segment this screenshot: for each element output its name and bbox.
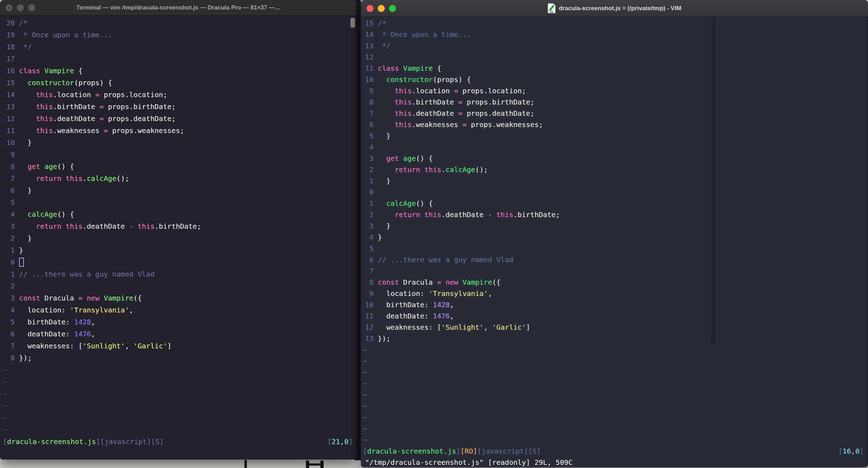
line-number: 5 bbox=[365, 243, 374, 254]
code-token: = bbox=[100, 102, 104, 111]
code-token: ({ bbox=[133, 294, 142, 302]
line-number: 2 bbox=[365, 209, 374, 220]
code-token: this bbox=[496, 210, 513, 219]
code-token: Vampire bbox=[462, 278, 492, 286]
code-line: 11 this.weaknesses = props.weaknesses; bbox=[0, 125, 356, 137]
terminal-titlebar[interactable]: Terminal — vim /tmp/dracula-screenshot.j… bbox=[0, 0, 356, 16]
code-token: props.location; bbox=[458, 87, 526, 95]
code-line: 6 this.weaknesses = props.weaknesses; bbox=[361, 119, 868, 130]
code-token: Dracula bbox=[403, 278, 437, 286]
code-line: 6 } bbox=[0, 184, 356, 196]
background-window-artifact bbox=[244, 460, 247, 468]
zoom-button[interactable] bbox=[28, 4, 35, 11]
code-line: 8}); bbox=[0, 352, 356, 364]
macvim-titlebar[interactable]: JS dracula-screenshot.js = (/private/tmp… bbox=[361, 0, 868, 17]
code-line: 9 location: 'Transylvania', bbox=[361, 288, 868, 299]
code-line: 15 constructor(props) { bbox=[0, 77, 356, 89]
code-token: } bbox=[19, 138, 32, 147]
close-button[interactable] bbox=[366, 5, 374, 12]
code-token: this bbox=[395, 98, 411, 106]
code-token: birthDate: bbox=[19, 318, 74, 326]
line-number: 5 bbox=[6, 316, 15, 328]
tilde-marker: ~ bbox=[363, 391, 367, 399]
code-token: , bbox=[125, 342, 133, 350]
scrollbar-thumb[interactable] bbox=[350, 18, 355, 28]
empty-buffer-line: ~ bbox=[361, 344, 868, 355]
code-line: 12 bbox=[361, 51, 868, 63]
code-token: props.birthDate; bbox=[104, 102, 176, 111]
statusline-cursor-position: [21,0] bbox=[327, 436, 353, 448]
code-line: 13 this.birthDate = props.birthDate; bbox=[0, 101, 356, 113]
code-line: 8 this.birthDate = props.birthDate; bbox=[361, 96, 868, 108]
code-token bbox=[19, 126, 36, 135]
code-token: dracula-screenshot.js bbox=[367, 447, 456, 455]
code-token bbox=[378, 98, 395, 106]
code-line: 1// ...there was a guy named Vlad bbox=[0, 268, 356, 280]
code-token: */ bbox=[378, 42, 390, 50]
line-number: 3 bbox=[365, 220, 374, 232]
minimize-button[interactable] bbox=[17, 4, 24, 11]
tilde-marker: ~ bbox=[363, 402, 367, 410]
empty-buffer-line: ~ bbox=[361, 367, 868, 378]
code-token: get bbox=[386, 154, 403, 163]
statusline-file-info: [dracula-screenshot.js][RO][javascript][… bbox=[363, 445, 541, 457]
code-token: 21,0 bbox=[332, 437, 349, 446]
code-token: 'Sunlight' bbox=[441, 323, 484, 331]
code-token: } bbox=[378, 233, 382, 241]
code-token: { bbox=[78, 67, 83, 75]
vim-cursor bbox=[19, 258, 24, 267]
code-token: } bbox=[378, 132, 390, 140]
code-token: .weaknesses bbox=[411, 120, 462, 129]
minimize-button[interactable] bbox=[378, 5, 385, 12]
line-number: 20 bbox=[6, 17, 15, 29]
code-token bbox=[133, 222, 138, 230]
line-number: 1 bbox=[365, 198, 374, 209]
code-token: location: bbox=[378, 289, 429, 298]
code-line: 5 bbox=[361, 243, 868, 254]
code-token bbox=[378, 210, 395, 219]
line-number: 0 bbox=[365, 186, 374, 198]
code-token: = bbox=[462, 120, 467, 129]
code-token bbox=[378, 75, 386, 84]
code-token: [RO] bbox=[460, 447, 477, 455]
code-token: [ bbox=[327, 437, 332, 446]
code-token: class bbox=[19, 67, 44, 75]
code-line: 1} bbox=[0, 244, 356, 256]
code-token: return bbox=[395, 165, 424, 174]
line-number: 8 bbox=[365, 96, 374, 108]
vim-buffer-right[interactable]: 15/*14 * Once upon a time...13 */1211cla… bbox=[361, 18, 868, 467]
code-token: 1476 bbox=[74, 330, 91, 338]
close-button[interactable] bbox=[6, 4, 13, 11]
code-token: this bbox=[36, 114, 53, 123]
code-token: calcAge bbox=[87, 174, 116, 183]
code-line: 1 } bbox=[361, 175, 868, 186]
code-token: /* bbox=[19, 19, 27, 27]
code-token: 1428 bbox=[433, 301, 450, 309]
code-token bbox=[19, 114, 36, 123]
tilde-marker: ~ bbox=[3, 366, 7, 374]
code-token: .birthDate; bbox=[513, 210, 560, 219]
code-token: ] bbox=[456, 447, 460, 455]
code-token: 1476 bbox=[433, 312, 450, 320]
zoom-button[interactable] bbox=[389, 5, 396, 12]
code-token: } bbox=[19, 234, 32, 242]
code-token: props.location; bbox=[100, 90, 167, 99]
code-line: 3 } bbox=[361, 220, 868, 232]
code-token: 1428 bbox=[74, 318, 91, 326]
line-number: 13 bbox=[6, 101, 15, 113]
code-line: 16class Vampire { bbox=[0, 65, 356, 77]
line-number: 9 bbox=[6, 148, 15, 160]
code-line: 7 return this.calcAge(); bbox=[0, 172, 356, 184]
line-number: 6 bbox=[6, 184, 15, 196]
code-line: 7 bbox=[361, 265, 868, 277]
code-line: 5 birthDate: 1428, bbox=[0, 316, 356, 328]
code-token: .location bbox=[53, 90, 95, 99]
line-number: 8 bbox=[6, 352, 15, 364]
code-token: - bbox=[129, 222, 133, 230]
vim-buffer-left[interactable]: 20/*19 * Once upon a time...18 */1716cla… bbox=[0, 17, 356, 460]
code-token: props.deathDate; bbox=[462, 109, 535, 118]
code-token: , bbox=[488, 289, 492, 298]
code-token: this bbox=[395, 87, 411, 95]
line-number: 12 bbox=[365, 51, 374, 63]
code-token: , bbox=[91, 318, 95, 326]
